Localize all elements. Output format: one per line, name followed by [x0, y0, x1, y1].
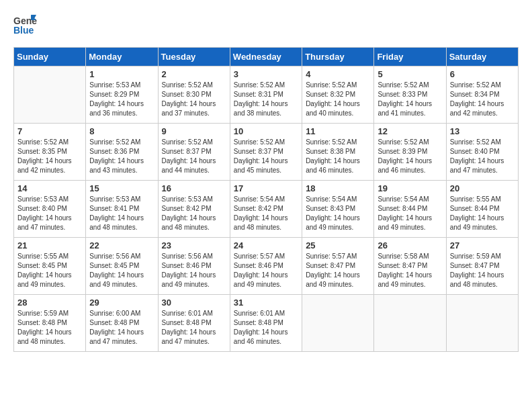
- calendar-cell: 14Sunrise: 5:53 AMSunset: 8:40 PMDayligh…: [14, 181, 86, 238]
- calendar-cell: 26Sunrise: 5:58 AMSunset: 8:47 PMDayligh…: [374, 238, 446, 295]
- day-header-monday: Monday: [86, 48, 158, 66]
- logo: General Blue: [13, 13, 38, 40]
- day-info: Sunrise: 5:59 AMSunset: 8:47 PMDaylight:…: [450, 252, 515, 289]
- calendar-cell: 21Sunrise: 5:55 AMSunset: 8:45 PMDayligh…: [14, 238, 86, 295]
- calendar-cell: [302, 295, 374, 352]
- day-number: 8: [89, 126, 154, 136]
- calendar-cell: 16Sunrise: 5:53 AMSunset: 8:42 PMDayligh…: [158, 181, 230, 238]
- day-info: Sunrise: 5:52 AMSunset: 8:32 PMDaylight:…: [306, 81, 370, 118]
- day-info: Sunrise: 5:53 AMSunset: 8:40 PMDaylight:…: [17, 195, 82, 232]
- calendar-cell: 5Sunrise: 5:52 AMSunset: 8:33 PMDaylight…: [374, 66, 446, 124]
- day-info: Sunrise: 5:52 AMSunset: 8:37 PMDaylight:…: [234, 138, 298, 175]
- day-number: 31: [234, 298, 298, 308]
- day-number: 17: [234, 183, 298, 193]
- calendar-cell: 25Sunrise: 5:57 AMSunset: 8:47 PMDayligh…: [302, 238, 374, 295]
- day-number: 13: [450, 126, 515, 136]
- day-info: Sunrise: 5:52 AMSunset: 8:36 PMDaylight:…: [89, 138, 154, 175]
- calendar-cell: [446, 295, 518, 352]
- calendar-cell: 7Sunrise: 5:52 AMSunset: 8:35 PMDaylight…: [14, 124, 86, 181]
- day-number: 7: [17, 126, 82, 136]
- calendar-cell: [374, 295, 446, 352]
- calendar-week-1: 1Sunrise: 5:53 AMSunset: 8:29 PMDaylight…: [14, 66, 519, 124]
- day-number: 30: [162, 298, 226, 308]
- day-info: Sunrise: 5:53 AMSunset: 8:42 PMDaylight:…: [162, 195, 226, 232]
- day-info: Sunrise: 5:53 AMSunset: 8:41 PMDaylight:…: [89, 195, 154, 232]
- day-info: Sunrise: 5:56 AMSunset: 8:45 PMDaylight:…: [89, 252, 154, 289]
- calendar-cell: 22Sunrise: 5:56 AMSunset: 8:45 PMDayligh…: [86, 238, 158, 295]
- day-number: 19: [378, 183, 442, 193]
- calendar-cell: 31Sunrise: 6:01 AMSunset: 8:48 PMDayligh…: [230, 295, 302, 352]
- calendar-cell: 20Sunrise: 5:55 AMSunset: 8:44 PMDayligh…: [446, 181, 518, 238]
- day-number: 1: [89, 69, 154, 79]
- day-number: 9: [162, 126, 226, 136]
- calendar-cell: 3Sunrise: 5:52 AMSunset: 8:31 PMDaylight…: [230, 66, 302, 124]
- day-info: Sunrise: 5:54 AMSunset: 8:42 PMDaylight:…: [234, 195, 298, 232]
- calendar-cell: 28Sunrise: 5:59 AMSunset: 8:48 PMDayligh…: [14, 295, 86, 352]
- day-info: Sunrise: 6:01 AMSunset: 8:48 PMDaylight:…: [162, 309, 226, 347]
- day-number: 15: [89, 183, 154, 193]
- calendar-cell: 11Sunrise: 5:52 AMSunset: 8:38 PMDayligh…: [302, 124, 374, 181]
- day-number: 27: [450, 240, 515, 250]
- day-header-friday: Friday: [374, 48, 446, 66]
- calendar-cell: 29Sunrise: 6:00 AMSunset: 8:48 PMDayligh…: [86, 295, 158, 352]
- day-number: 24: [234, 240, 298, 250]
- calendar-week-5: 28Sunrise: 5:59 AMSunset: 8:48 PMDayligh…: [14, 295, 519, 352]
- day-number: 18: [306, 183, 370, 193]
- calendar-table: SundayMondayTuesdayWednesdayThursdayFrid…: [13, 47, 519, 352]
- day-number: 10: [234, 126, 298, 136]
- day-number: 3: [234, 69, 298, 79]
- day-number: 4: [306, 69, 370, 79]
- day-info: Sunrise: 6:00 AMSunset: 8:48 PMDaylight:…: [89, 309, 154, 347]
- day-info: Sunrise: 5:52 AMSunset: 8:38 PMDaylight:…: [306, 138, 370, 175]
- day-header-wednesday: Wednesday: [230, 48, 302, 66]
- calendar-cell: 4Sunrise: 5:52 AMSunset: 8:32 PMDaylight…: [302, 66, 374, 124]
- day-number: 6: [450, 69, 515, 79]
- day-info: Sunrise: 5:53 AMSunset: 8:29 PMDaylight:…: [89, 81, 154, 118]
- day-number: 25: [306, 240, 370, 250]
- day-info: Sunrise: 5:52 AMSunset: 8:31 PMDaylight:…: [234, 81, 298, 118]
- day-info: Sunrise: 5:57 AMSunset: 8:47 PMDaylight:…: [306, 252, 370, 289]
- day-number: 22: [89, 240, 154, 250]
- day-info: Sunrise: 5:58 AMSunset: 8:47 PMDaylight:…: [378, 252, 442, 289]
- day-number: 11: [306, 126, 370, 136]
- calendar-cell: 18Sunrise: 5:54 AMSunset: 8:43 PMDayligh…: [302, 181, 374, 238]
- day-number: 20: [450, 183, 515, 193]
- day-number: 23: [162, 240, 226, 250]
- day-number: 28: [17, 298, 82, 308]
- calendar-cell: 6Sunrise: 5:52 AMSunset: 8:34 PMDaylight…: [446, 66, 518, 124]
- day-header-thursday: Thursday: [302, 48, 374, 66]
- day-info: Sunrise: 5:57 AMSunset: 8:46 PMDaylight:…: [234, 252, 298, 289]
- day-info: Sunrise: 5:52 AMSunset: 8:37 PMDaylight:…: [162, 138, 226, 175]
- day-info: Sunrise: 5:54 AMSunset: 8:44 PMDaylight:…: [378, 195, 442, 232]
- day-info: Sunrise: 5:52 AMSunset: 8:39 PMDaylight:…: [378, 138, 442, 175]
- day-info: Sunrise: 5:52 AMSunset: 8:30 PMDaylight:…: [162, 81, 226, 118]
- day-number: 2: [162, 69, 226, 79]
- calendar-week-3: 14Sunrise: 5:53 AMSunset: 8:40 PMDayligh…: [14, 181, 519, 238]
- day-number: 5: [378, 69, 442, 79]
- day-info: Sunrise: 5:52 AMSunset: 8:40 PMDaylight:…: [450, 138, 515, 175]
- day-number: 29: [89, 298, 154, 308]
- logo-icon: General Blue: [13, 13, 38, 40]
- calendar-cell: 30Sunrise: 6:01 AMSunset: 8:48 PMDayligh…: [158, 295, 230, 352]
- calendar-cell: 17Sunrise: 5:54 AMSunset: 8:42 PMDayligh…: [230, 181, 302, 238]
- day-number: 16: [162, 183, 226, 193]
- day-info: Sunrise: 5:52 AMSunset: 8:35 PMDaylight:…: [17, 138, 82, 175]
- calendar-cell: 12Sunrise: 5:52 AMSunset: 8:39 PMDayligh…: [374, 124, 446, 181]
- day-header-sunday: Sunday: [14, 48, 86, 66]
- day-number: 14: [17, 183, 82, 193]
- day-info: Sunrise: 5:52 AMSunset: 8:34 PMDaylight:…: [450, 81, 515, 118]
- day-info: Sunrise: 5:54 AMSunset: 8:43 PMDaylight:…: [306, 195, 370, 232]
- calendar-cell: 10Sunrise: 5:52 AMSunset: 8:37 PMDayligh…: [230, 124, 302, 181]
- calendar-cell: 15Sunrise: 5:53 AMSunset: 8:41 PMDayligh…: [86, 181, 158, 238]
- calendar-header-row: SundayMondayTuesdayWednesdayThursdayFrid…: [14, 48, 519, 66]
- svg-text:Blue: Blue: [13, 25, 34, 36]
- day-number: 26: [378, 240, 442, 250]
- calendar-week-4: 21Sunrise: 5:55 AMSunset: 8:45 PMDayligh…: [14, 238, 519, 295]
- day-info: Sunrise: 6:01 AMSunset: 8:48 PMDaylight:…: [234, 309, 298, 347]
- calendar-cell: 8Sunrise: 5:52 AMSunset: 8:36 PMDaylight…: [86, 124, 158, 181]
- calendar-cell: 23Sunrise: 5:56 AMSunset: 8:46 PMDayligh…: [158, 238, 230, 295]
- calendar-cell: [14, 66, 86, 124]
- calendar-week-2: 7Sunrise: 5:52 AMSunset: 8:35 PMDaylight…: [14, 124, 519, 181]
- calendar-cell: 9Sunrise: 5:52 AMSunset: 8:37 PMDaylight…: [158, 124, 230, 181]
- day-info: Sunrise: 5:56 AMSunset: 8:46 PMDaylight:…: [162, 252, 226, 289]
